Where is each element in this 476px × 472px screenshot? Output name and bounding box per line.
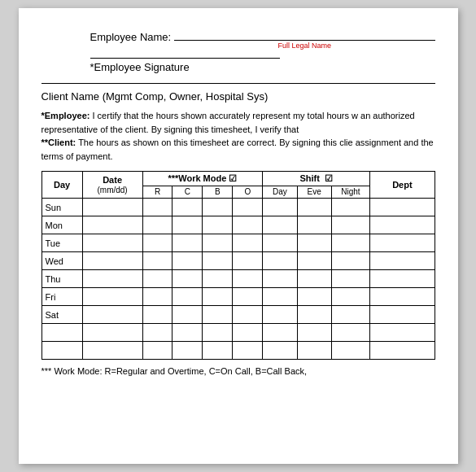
data-cell[interactable] <box>142 234 172 252</box>
data-cell[interactable] <box>82 199 142 216</box>
data-cell[interactable] <box>203 342 233 360</box>
data-cell[interactable] <box>233 199 263 216</box>
data-cell[interactable] <box>331 324 370 342</box>
client-name: Client Name (Mgmt Comp, Owner, Hospital … <box>41 90 435 103</box>
data-cell[interactable] <box>172 234 203 252</box>
data-cell[interactable] <box>263 252 297 270</box>
day-cell[interactable] <box>41 342 82 360</box>
data-cell[interactable] <box>297 234 331 252</box>
data-cell[interactable] <box>203 234 233 252</box>
data-cell[interactable] <box>142 324 172 342</box>
data-cell[interactable] <box>263 199 297 216</box>
data-cell[interactable] <box>297 216 331 234</box>
data-cell[interactable] <box>370 288 435 306</box>
data-cell[interactable] <box>263 306 297 324</box>
data-cell[interactable] <box>370 216 435 234</box>
data-cell[interactable] <box>82 288 142 306</box>
data-cell[interactable] <box>172 342 203 360</box>
data-cell[interactable] <box>370 270 435 288</box>
data-cell[interactable] <box>172 216 203 234</box>
data-cell[interactable] <box>331 270 370 288</box>
data-cell[interactable] <box>331 234 370 252</box>
day-cell[interactable]: Wed <box>41 252 82 270</box>
data-cell[interactable] <box>203 199 233 216</box>
data-cell[interactable] <box>172 324 203 342</box>
data-cell[interactable] <box>82 252 142 270</box>
data-cell[interactable] <box>233 252 263 270</box>
day-cell[interactable]: Mon <box>41 216 82 234</box>
employee-cert-text: I certify that the hours shown accuratel… <box>41 111 415 134</box>
data-cell[interactable] <box>142 216 172 234</box>
data-cell[interactable] <box>142 342 172 360</box>
day-cell[interactable]: Sun <box>41 199 82 216</box>
data-cell[interactable] <box>297 199 331 216</box>
data-cell[interactable] <box>297 342 331 360</box>
day-cell[interactable]: Tue <box>41 234 82 252</box>
data-cell[interactable] <box>203 324 233 342</box>
data-cell[interactable] <box>297 306 331 324</box>
data-cell[interactable] <box>142 252 172 270</box>
data-cell[interactable] <box>233 288 263 306</box>
data-cell[interactable] <box>370 324 435 342</box>
data-cell[interactable] <box>297 324 331 342</box>
data-cell[interactable] <box>203 252 233 270</box>
data-cell[interactable] <box>233 342 263 360</box>
data-cell[interactable] <box>82 216 142 234</box>
day-cell[interactable] <box>41 324 82 342</box>
data-cell[interactable] <box>203 288 233 306</box>
data-cell[interactable] <box>370 342 435 360</box>
data-cell[interactable] <box>263 288 297 306</box>
data-cell[interactable] <box>331 199 370 216</box>
data-cell[interactable] <box>263 216 297 234</box>
data-cell[interactable] <box>331 306 370 324</box>
data-cell[interactable] <box>331 252 370 270</box>
data-cell[interactable] <box>233 324 263 342</box>
day-cell[interactable]: Thu <box>41 270 82 288</box>
data-cell[interactable] <box>263 270 297 288</box>
data-cell[interactable] <box>370 306 435 324</box>
data-cell[interactable] <box>142 270 172 288</box>
employee-name-row: Employee Name: Full Legal Name <box>90 28 435 50</box>
day-cell[interactable]: Fri <box>41 288 82 306</box>
table-row: Sat <box>41 306 435 324</box>
data-cell[interactable] <box>263 234 297 252</box>
data-cell[interactable] <box>297 252 331 270</box>
data-cell[interactable] <box>203 216 233 234</box>
data-cell[interactable] <box>82 234 142 252</box>
data-cell[interactable] <box>263 324 297 342</box>
data-cell[interactable] <box>233 234 263 252</box>
data-cell[interactable] <box>82 324 142 342</box>
timesheet-table: Day Date(mm/dd) ***Work Mode ☑ Shift ☑ D… <box>41 171 435 360</box>
day-cell[interactable]: Sat <box>41 306 82 324</box>
data-cell[interactable] <box>172 288 203 306</box>
data-cell[interactable] <box>203 306 233 324</box>
data-cell[interactable] <box>263 342 297 360</box>
name-underline[interactable] <box>174 28 435 41</box>
data-cell[interactable] <box>82 270 142 288</box>
signature-underline[interactable] <box>90 58 280 59</box>
data-cell[interactable] <box>331 216 370 234</box>
data-cell[interactable] <box>233 216 263 234</box>
data-cell[interactable] <box>233 306 263 324</box>
data-cell[interactable] <box>172 270 203 288</box>
data-cell[interactable] <box>331 342 370 360</box>
data-cell[interactable] <box>233 270 263 288</box>
data-cell[interactable] <box>370 252 435 270</box>
data-cell[interactable] <box>203 270 233 288</box>
data-cell[interactable] <box>142 199 172 216</box>
data-cell[interactable] <box>82 306 142 324</box>
data-cell[interactable] <box>370 199 435 216</box>
data-cell[interactable] <box>172 252 203 270</box>
data-cell[interactable] <box>172 306 203 324</box>
data-cell[interactable] <box>297 288 331 306</box>
data-cell[interactable] <box>142 306 172 324</box>
name-line-container: Full Legal Name <box>174 28 435 50</box>
data-cell[interactable] <box>297 270 331 288</box>
data-cell[interactable] <box>142 288 172 306</box>
data-cell[interactable] <box>370 234 435 252</box>
data-cell[interactable] <box>82 342 142 360</box>
data-cell[interactable] <box>331 288 370 306</box>
table-row: Sun <box>41 199 435 216</box>
employee-bold: *Employee: <box>41 111 90 120</box>
data-cell[interactable] <box>172 199 203 216</box>
